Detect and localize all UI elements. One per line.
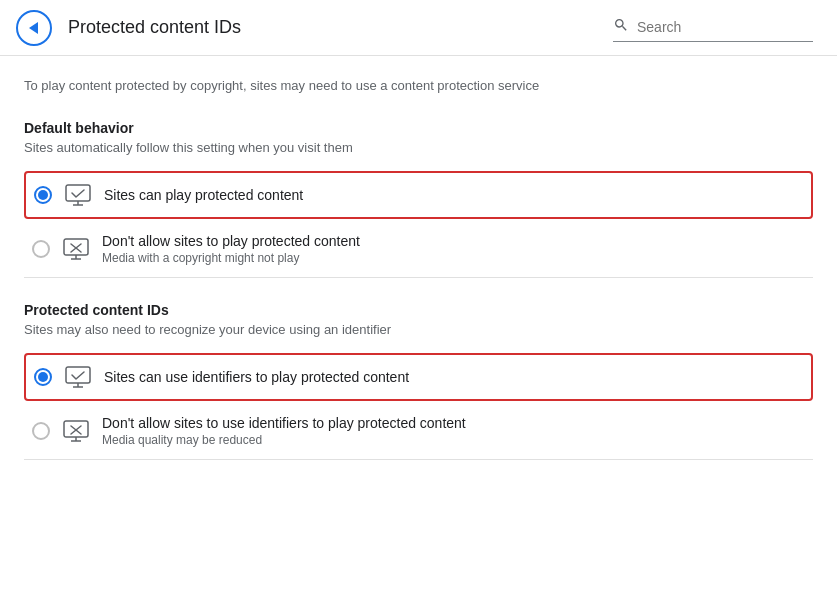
svg-rect-3 (64, 239, 88, 255)
option-label-3: Sites can use identifiers to play protec… (104, 369, 409, 385)
option-text-sites-can-use-ids: Sites can use identifiers to play protec… (104, 369, 409, 385)
content: To play content protected by copyright, … (0, 56, 837, 504)
option-sites-can-play[interactable]: Sites can play protected content (24, 171, 813, 219)
page-description: To play content protected by copyright, … (24, 76, 813, 96)
monitor-check-icon (64, 183, 92, 207)
monitor-check-icon-2 (64, 365, 92, 389)
radio-sites-can-use-ids[interactable] (34, 368, 52, 386)
option-sublabel-2: Media with a copyright might not play (102, 251, 360, 265)
radio-dont-allow-ids[interactable] (32, 422, 50, 440)
search-input[interactable] (637, 19, 797, 35)
section-subtitle-2: Sites may also need to recognize your de… (24, 322, 813, 337)
svg-rect-8 (66, 367, 90, 383)
option-sublabel-4: Media quality may be reduced (102, 433, 466, 447)
page-title: Protected content IDs (68, 17, 241, 38)
option-label-4: Don't allow sites to use identifiers to … (102, 415, 466, 431)
section-default-behavior: Default behavior Sites automatically fol… (24, 120, 813, 278)
option-dont-allow-play[interactable]: Don't allow sites to play protected cont… (24, 221, 813, 278)
option-dont-allow-ids[interactable]: Don't allow sites to use identifiers to … (24, 403, 813, 460)
option-label-2: Don't allow sites to play protected cont… (102, 233, 360, 249)
search-box (613, 13, 813, 42)
option-text-sites-can-play: Sites can play protected content (104, 187, 303, 203)
option-label-1: Sites can play protected content (104, 187, 303, 203)
svg-rect-11 (64, 421, 88, 437)
radio-sites-can-play[interactable] (34, 186, 52, 204)
search-icon (613, 17, 629, 37)
monitor-cross-icon (62, 237, 90, 261)
back-arrow-icon (29, 22, 38, 34)
header-left: Protected content IDs (16, 10, 241, 46)
header: Protected content IDs (0, 0, 837, 56)
section-subtitle-1: Sites automatically follow this setting … (24, 140, 813, 155)
radio-dont-allow-play[interactable] (32, 240, 50, 258)
option-text-dont-allow-ids: Don't allow sites to use identifiers to … (102, 415, 466, 447)
svg-rect-0 (66, 185, 90, 201)
option-sites-can-use-ids[interactable]: Sites can use identifiers to play protec… (24, 353, 813, 401)
section-protected-content-ids: Protected content IDs Sites may also nee… (24, 302, 813, 460)
section-title-1: Default behavior (24, 120, 813, 136)
section-title-2: Protected content IDs (24, 302, 813, 318)
back-button[interactable] (16, 10, 52, 46)
option-text-dont-allow-play: Don't allow sites to play protected cont… (102, 233, 360, 265)
monitor-cross-icon-2 (62, 419, 90, 443)
